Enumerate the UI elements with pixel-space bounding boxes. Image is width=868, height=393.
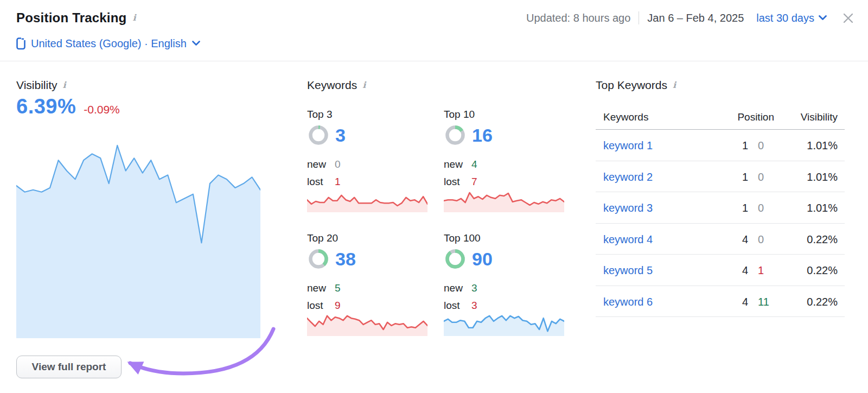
top-keywords-section: Top Keywords i Keywords Position Visibil… bbox=[596, 79, 845, 92]
keyword-link[interactable]: keyword 3 bbox=[603, 202, 653, 214]
card-label: Top 100 bbox=[444, 233, 564, 243]
date-range: Jan 6 – Feb 4, 2025 bbox=[647, 12, 744, 24]
position-diff: 0 bbox=[758, 140, 764, 152]
column-header-visibility: Visibility bbox=[801, 111, 838, 123]
position-value: 4 bbox=[742, 264, 748, 277]
column-header-position: Position bbox=[737, 111, 774, 123]
card-count: 38 bbox=[335, 250, 356, 268]
table-row: keyword 3 1 0 1.01% bbox=[596, 192, 845, 224]
updated-timestamp: Updated: 8 hours ago bbox=[526, 12, 630, 24]
new-label: new bbox=[307, 283, 335, 293]
keyword-link[interactable]: keyword 4 bbox=[603, 233, 653, 246]
table-row: keyword 6 4 11 0.22% bbox=[596, 286, 845, 318]
divider bbox=[639, 11, 639, 24]
device-icon bbox=[16, 37, 25, 50]
visibility-value: 0.22% bbox=[807, 233, 838, 246]
table-header: Keywords Position Visibility bbox=[596, 107, 845, 129]
position-value: 1 bbox=[742, 202, 748, 214]
card-label: Top 3 bbox=[307, 109, 427, 119]
keywords-title: Keywords bbox=[307, 79, 357, 92]
period-selector-label: last 30 days bbox=[756, 12, 814, 24]
info-icon[interactable]: i bbox=[132, 14, 136, 22]
sparkline-chart bbox=[307, 314, 427, 336]
keyword-card-top10: Top 10 16 new4 lost7 bbox=[444, 109, 564, 215]
lost-value: 9 bbox=[335, 300, 341, 310]
new-value: 5 bbox=[335, 283, 341, 293]
table-row: keyword 2 1 0 1.01% bbox=[596, 161, 845, 193]
card-label: Top 10 bbox=[444, 109, 564, 119]
visibility-value: 6.39% bbox=[16, 95, 76, 118]
new-value: 3 bbox=[471, 283, 477, 293]
position-value: 1 bbox=[742, 140, 748, 152]
lost-label: lost bbox=[307, 176, 335, 187]
new-label: new bbox=[444, 283, 471, 293]
top-keywords-title: Top Keywords bbox=[596, 79, 667, 92]
chevron-down-icon bbox=[192, 41, 200, 46]
donut-chart bbox=[307, 248, 330, 270]
position-tracking-widget: Position Tracking i Updated: 8 hours ago… bbox=[0, 0, 868, 393]
visibility-value: 1.01% bbox=[807, 171, 838, 183]
sparkline-chart bbox=[444, 191, 564, 212]
position-diff: 1 bbox=[758, 264, 764, 277]
info-icon[interactable]: i bbox=[62, 81, 66, 90]
card-count: 3 bbox=[335, 126, 346, 144]
close-icon bbox=[843, 12, 854, 24]
card-count: 16 bbox=[472, 126, 493, 144]
table-row: keyword 5 4 1 0.22% bbox=[596, 255, 845, 286]
position-diff: 0 bbox=[758, 171, 764, 183]
card-label: Top 20 bbox=[307, 233, 427, 243]
keyword-link[interactable]: keyword 6 bbox=[603, 296, 653, 308]
donut-chart bbox=[307, 124, 330, 147]
location-selector-label: United States (Google) · English bbox=[31, 37, 187, 50]
info-icon[interactable]: i bbox=[673, 81, 676, 90]
sparkline-chart bbox=[444, 314, 564, 336]
keyword-card-top3: Top 3 3 new0 lost1 bbox=[307, 109, 427, 215]
position-diff: 0 bbox=[758, 233, 764, 246]
position-value: 1 bbox=[742, 171, 748, 183]
lost-label: lost bbox=[444, 176, 471, 187]
position-value: 4 bbox=[742, 296, 748, 308]
keywords-section: Keywords i Top 3 3 new0 lost1 Top 10 16 … bbox=[307, 79, 558, 345]
period-selector[interactable]: last 30 days bbox=[756, 12, 827, 24]
card-count: 90 bbox=[472, 250, 493, 268]
new-label: new bbox=[307, 159, 335, 169]
new-value: 4 bbox=[471, 159, 477, 169]
lost-label: lost bbox=[444, 300, 471, 310]
keyword-card-top20: Top 20 38 new5 lost9 bbox=[307, 233, 427, 339]
keyword-card-top100: Top 100 90 new3 lost3 bbox=[444, 233, 564, 339]
new-label: new bbox=[444, 159, 471, 169]
lost-value: 3 bbox=[471, 300, 477, 310]
visibility-section: Visibility i 6.39% -0.09% View full repo… bbox=[16, 79, 260, 383]
visibility-value: 1.01% bbox=[807, 140, 838, 152]
table-body: keyword 1 1 0 1.01% keyword 2 1 0 1.01% … bbox=[596, 129, 845, 317]
info-icon[interactable]: i bbox=[362, 81, 366, 90]
visibility-value: 0.22% bbox=[807, 296, 838, 308]
visibility-area-chart bbox=[16, 144, 260, 338]
sparkline-chart bbox=[307, 191, 427, 212]
table-row: keyword 1 1 0 1.01% bbox=[596, 130, 845, 161]
table-row: keyword 4 4 0 0.22% bbox=[596, 224, 845, 255]
close-button[interactable] bbox=[843, 12, 854, 24]
new-value: 0 bbox=[335, 159, 341, 169]
page-title: Position Tracking bbox=[16, 10, 126, 26]
keyword-link[interactable]: keyword 2 bbox=[603, 171, 653, 183]
view-full-report-button[interactable]: View full report bbox=[16, 356, 122, 378]
lost-value: 7 bbox=[471, 176, 477, 187]
widget-header: Position Tracking i Updated: 8 hours ago… bbox=[16, 9, 854, 27]
keyword-link[interactable]: keyword 5 bbox=[603, 264, 653, 277]
donut-chart bbox=[444, 248, 467, 270]
donut-chart bbox=[444, 124, 467, 147]
visibility-title: Visibility bbox=[16, 79, 57, 92]
visibility-value: 0.22% bbox=[807, 264, 838, 277]
lost-value: 1 bbox=[335, 176, 341, 187]
column-header-keywords: Keywords bbox=[603, 111, 648, 123]
chevron-down-icon bbox=[819, 15, 827, 21]
keyword-link[interactable]: keyword 1 bbox=[603, 140, 653, 152]
visibility-change: -0.09% bbox=[84, 103, 120, 116]
visibility-value: 1.01% bbox=[807, 202, 838, 214]
lost-label: lost bbox=[307, 300, 335, 310]
position-diff: 11 bbox=[758, 296, 769, 308]
position-diff: 0 bbox=[758, 202, 764, 214]
location-selector[interactable]: United States (Google) · English bbox=[16, 36, 200, 51]
header-divider bbox=[0, 61, 868, 61]
